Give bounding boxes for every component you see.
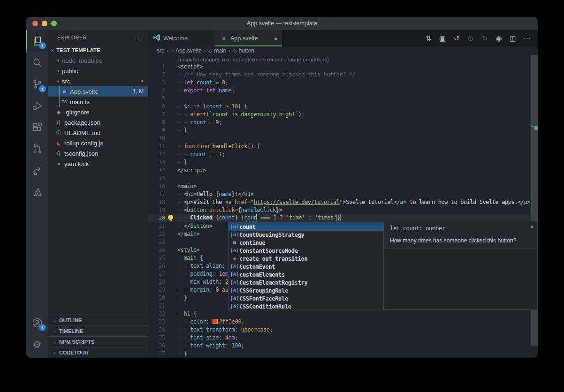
more-actions-icon[interactable]: ⋯	[521, 33, 533, 44]
code-line-6[interactable]: 6→ $: if (count ≥ 10) {	[148, 102, 538, 110]
zoom-window-button[interactable]	[51, 21, 57, 26]
close-icon[interactable]: ×	[530, 223, 534, 230]
next-change-icon[interactable]: ↻	[479, 33, 491, 44]
code-line-13[interactable]: 13→ }	[148, 158, 538, 166]
code-line-17[interactable]: 17→ <h1>Hello {name}!</h1>	[148, 190, 538, 198]
code-line-19[interactable]: 19→ <button on:click={handleClick}>	[148, 206, 538, 214]
file-lines-icon: ≡	[220, 35, 228, 42]
suggest-item-ConstantSourceNode[interactable]: [ø]ConstantSourceNode	[229, 247, 383, 255]
code-line-4[interactable]: 4→ export let name;	[148, 86, 538, 94]
suggest-item-CustomElementRegistry[interactable]: [ø]CustomElementRegistry	[229, 279, 383, 286]
suggest-item-CSSConditionRule[interactable]: [ø]CSSConditionRule	[229, 302, 383, 310]
code-line-2[interactable]: 2→ /** How many times has someone clicke…	[148, 70, 538, 78]
breadcrumb-button[interactable]: ◇button	[233, 47, 254, 54]
activity-run-debug[interactable]	[26, 95, 48, 116]
code-line-9[interactable]: 9→ }	[148, 126, 538, 134]
minimize-window-button[interactable]	[42, 21, 47, 26]
symbol-module-icon: ◈	[230, 256, 239, 262]
code-line-1[interactable]: 1<script>	[148, 62, 538, 70]
code-line-15[interactable]: 15	[148, 174, 538, 182]
sidebar-more-actions-icon[interactable]: ···	[135, 34, 143, 41]
tree-item-public[interactable]: ›public	[48, 66, 148, 76]
open-preview-icon[interactable]: ▣	[436, 33, 449, 44]
suggest-item-CustomEvent[interactable]: [ø]CustomEvent	[229, 263, 383, 271]
code-line-34[interactable]: 34→ → text-transform: uppercase;	[148, 325, 538, 333]
code-line-36[interactable]: 36→ → font-weight: 100;	[148, 341, 538, 349]
breadcrumb-App.svelte[interactable]: ≡App.svelte	[171, 47, 202, 54]
line-number: 18	[148, 199, 165, 205]
code-line-7[interactable]: 7→ → alert(`count is dangerously high!`)…	[148, 110, 538, 118]
lightbulb-icon[interactable]	[168, 215, 173, 220]
tree-item-src[interactable]: ›src●	[48, 76, 148, 86]
tab-app-svelte[interactable]: ≡App.svelte●	[215, 30, 282, 46]
gear-icon: ⚙	[33, 339, 42, 349]
modified-dot: ●	[141, 79, 144, 83]
tree-item-node_modules[interactable]: ›node_modules	[48, 55, 148, 66]
tree-item-README.md[interactable]: ⓘREADME.md	[48, 128, 148, 138]
tree-item-rollup.config.js[interactable]: ◣rollup.config.js	[48, 138, 148, 148]
breadcrumb-separator: ›	[229, 48, 230, 53]
code-area[interactable]: Unsaved changes (cannot determine recent…	[148, 55, 538, 358]
sidebar-section-timeline[interactable]: ›TIMELINE	[48, 325, 148, 336]
line-number: 29	[148, 286, 165, 293]
breadcrumb-main[interactable]: ◇main	[208, 47, 226, 54]
activity-search[interactable]	[26, 52, 48, 73]
tree-root[interactable]: ›TEST-TEMPLATE	[48, 45, 148, 55]
code-line-18[interactable]: 18→ <p>Visit the <a href="https://svelte…	[148, 198, 538, 206]
run-icon[interactable]: ◉	[493, 33, 505, 44]
activity-extensions[interactable]	[26, 116, 48, 138]
line-number: 31	[148, 302, 165, 309]
code-line-5[interactable]: 5	[148, 94, 538, 102]
suggest-item-count[interactable]: [ø]count	[229, 223, 383, 231]
go-back-icon[interactable]: ↺	[450, 33, 463, 44]
activity-source-control[interactable]: 1	[26, 73, 48, 95]
split-editor-icon[interactable]: ◫	[507, 33, 519, 44]
window-title: App.svelte — test-template	[247, 20, 317, 27]
suggest-item-CSSFontFaceRule[interactable]: [ø]CSSFontFaceRule	[229, 294, 383, 302]
code-line-16[interactable]: 16<main>	[148, 182, 538, 190]
line-number: 24	[148, 247, 165, 253]
tree-item-main.ts[interactable]: TSmain.ts	[48, 97, 148, 107]
activity-azure[interactable]	[26, 181, 48, 203]
dirty-indicator[interactable]: ●	[274, 36, 277, 41]
code-line-35[interactable]: 35→ → font-size: 4em;	[148, 333, 538, 341]
symbol-element-icon: ◇	[233, 48, 236, 54]
line-number: 9	[148, 127, 165, 134]
sidebar-section-outline[interactable]: ›OUTLINE	[48, 315, 148, 325]
tree-item-App.svelte[interactable]: ≡App.svelte1, M	[48, 86, 148, 97]
sidebar-section-codetour[interactable]: ›CODETOUR	[48, 347, 148, 358]
activity-explorer[interactable]: 1	[26, 30, 48, 52]
code-line-11[interactable]: 11→ function handleClick() {	[148, 142, 538, 150]
symbol-element-icon: ◇	[208, 48, 212, 54]
tree-item-yarn.lock[interactable]: ●yarn.lock	[48, 158, 148, 169]
code-line-3[interactable]: 3→ let count = 0;	[148, 78, 538, 86]
code-line-32[interactable]: 32→ h1 {	[148, 309, 538, 317]
tree-item-tsconfig.json[interactable]: {}tsconfig.json	[48, 148, 148, 158]
explorer-sidebar: EXPLORER ··· ›TEST-TEMPLATE›node_modules…	[48, 30, 148, 358]
suggest-item-CountQueuingStrategy[interactable]: [ø]CountQueuingStrategy	[229, 231, 383, 239]
tab-welcome[interactable]: Welcome	[148, 30, 215, 46]
activity-github-pr[interactable]	[26, 138, 48, 159]
activity-badge: 1	[39, 324, 46, 331]
breadcrumb-src[interactable]: src	[157, 47, 164, 54]
code-line-8[interactable]: 8→ → count = 9;	[148, 118, 538, 126]
code-line-14[interactable]: 14</script>	[148, 166, 538, 174]
line-number: 17	[148, 191, 165, 197]
tree-item-.gitignore[interactable]: ◆.gitignore	[48, 107, 148, 117]
activity-live-share[interactable]	[26, 159, 48, 181]
code-line-12[interactable]: 12→ → count += 1;	[148, 150, 538, 158]
suggest-item-customElements[interactable]: [ø]customElements	[229, 271, 383, 279]
prev-change-icon[interactable]: ⊙	[465, 33, 477, 44]
suggest-item-create_out_transition[interactable]: ◈create_out_transition	[229, 255, 383, 263]
source-control-compare-icon[interactable]: ⇅	[422, 33, 434, 44]
code-line-33[interactable]: 33→ → color: #ff3e00;	[148, 317, 538, 325]
suggest-item-continue[interactable]: ≡continue	[229, 239, 383, 247]
code-line-37[interactable]: 37→ }	[148, 349, 538, 357]
sidebar-section-npm-scripts[interactable]: ›NPM SCRIPTS	[48, 336, 148, 347]
tree-item-package.json[interactable]: {}package.json	[48, 117, 148, 128]
code-line-10[interactable]: 10	[148, 134, 538, 142]
activity-accounts[interactable]: 1	[26, 312, 48, 333]
close-window-button[interactable]	[32, 21, 38, 26]
suggest-item-CSSGroupingRule[interactable]: [ø]CSSGroupingRule	[229, 286, 383, 294]
activity-settings[interactable]: ⚙	[26, 333, 48, 355]
